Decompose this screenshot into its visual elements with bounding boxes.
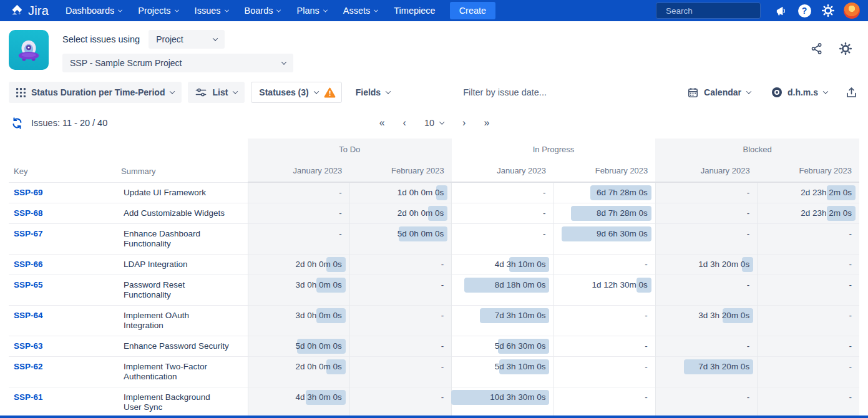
- duration-value-wrap: -: [765, 341, 852, 351]
- header-actions: [811, 30, 859, 55]
- duration-cell: 8d 7h 28m 0s: [553, 203, 655, 224]
- search-box[interactable]: [656, 2, 761, 19]
- nav-item-plans[interactable]: Plans: [288, 0, 334, 21]
- view-label: List: [212, 87, 228, 97]
- nav-item-boards[interactable]: Boards: [237, 0, 289, 21]
- export-icon[interactable]: [844, 87, 859, 99]
- duration-value-wrap: -: [561, 311, 647, 321]
- issue-key-link[interactable]: SSP-61: [14, 392, 43, 402]
- issue-summary-cell: Enhance Dashboard Functionality: [116, 224, 248, 255]
- view-dropdown[interactable]: List: [188, 82, 245, 103]
- nav-menu: DashboardsProjectsIssuesBoardsPlansAsset…: [57, 0, 444, 21]
- fields-dropdown[interactable]: Fields: [348, 82, 397, 103]
- group-header-to-do: To Do: [248, 139, 452, 160]
- duration-value: 5d 0h 0m 0s: [296, 341, 342, 351]
- create-button[interactable]: Create: [450, 2, 496, 19]
- duration-value-wrap: 6d 7h 28m 0s: [561, 188, 647, 198]
- top-navbar: Jira DashboardsProjectsIssuesBoardsPlans…: [0, 0, 868, 21]
- issue-summary-cell: Add Customizable Widgets: [116, 203, 248, 224]
- chevron-down-icon: [224, 7, 228, 12]
- warning-icon: [324, 87, 336, 98]
- issue-key-link[interactable]: SSP-68: [14, 208, 43, 218]
- issue-date-filter-input[interactable]: Filter by issue date...: [463, 87, 547, 97]
- duration-cell: -: [655, 203, 757, 224]
- duration-cell: 5d 0h 0m 0s: [349, 224, 451, 255]
- page-size-dropdown[interactable]: 10: [424, 118, 444, 128]
- search-input[interactable]: [666, 6, 776, 16]
- share-icon[interactable]: [811, 42, 823, 55]
- duration-value: -: [849, 392, 852, 402]
- duration-cell: 3d 3h 20m 0s: [655, 306, 757, 336]
- issue-key-link[interactable]: SSP-67: [14, 229, 43, 238]
- nav-item-projects[interactable]: Projects: [130, 0, 186, 21]
- duration-value: 7d 3h 10m 0s: [495, 311, 546, 321]
- duration-cell: -: [349, 306, 451, 336]
- duration-value-wrap: -: [663, 341, 749, 351]
- duration-value-wrap: 4d 3h 0m 0s: [256, 392, 342, 402]
- select-mode-dropdown[interactable]: Project: [149, 30, 225, 49]
- timepiece-app-icon: [9, 30, 49, 70]
- issue-key-link[interactable]: SSP-66: [14, 260, 43, 269]
- issue-key-link[interactable]: SSP-65: [14, 280, 43, 289]
- nav-item-timepiece[interactable]: Timepiece: [386, 0, 443, 21]
- next-page-button[interactable]: ›: [462, 117, 465, 129]
- issue-key-link[interactable]: SSP-69: [14, 188, 43, 197]
- duration-value: -: [747, 208, 750, 218]
- project-dropdown[interactable]: SSP - Sample Scrum Project: [62, 54, 293, 72]
- announcement-icon[interactable]: [771, 1, 791, 21]
- calendar-dropdown[interactable]: Calendar: [680, 82, 758, 103]
- nav-item-label: Assets: [343, 6, 371, 16]
- chevron-down-icon: [374, 7, 378, 12]
- duration-value: -: [747, 188, 750, 198]
- refresh-icon[interactable]: [11, 117, 23, 129]
- nav-item-dashboards[interactable]: Dashboards: [57, 0, 130, 21]
- duration-cell: -: [452, 182, 553, 203]
- duration-cell: -: [758, 306, 859, 336]
- duration-cell: 2d 23h 2m 0s: [758, 182, 859, 203]
- issue-summary-cell: Password Reset Functionality: [116, 275, 248, 306]
- last-page-button[interactable]: »: [484, 117, 489, 129]
- issue-key-link[interactable]: SSP-62: [14, 362, 43, 371]
- report-settings-gear-icon[interactable]: [839, 42, 852, 55]
- chevron-down-icon: [213, 36, 218, 41]
- table-row: SSP-62Implement Two-Factor Authenticatio…: [9, 357, 859, 387]
- duration-value: -: [339, 229, 342, 239]
- duration-value-wrap: -: [663, 229, 749, 239]
- duration-value-wrap: 8d 18h 0m 0s: [459, 280, 545, 290]
- duration-cell: -: [553, 255, 655, 275]
- issue-key-cell: SSP-67: [9, 224, 116, 255]
- settings-gear-icon[interactable]: [818, 1, 838, 21]
- duration-value-wrap: 4d 3h 10m 0s: [459, 260, 545, 270]
- duration-value-wrap: -: [256, 188, 342, 198]
- report-table-body: SSP-69Update UI Framework-1d 0h 0m 0s-6d…: [9, 182, 859, 418]
- duration-value-wrap: 3d 3h 20m 0s: [663, 311, 749, 321]
- calendar-icon: [688, 87, 698, 98]
- statuses-dropdown[interactable]: Statuses (3): [251, 82, 341, 103]
- duration-value: 6d 7h 28m 0s: [597, 188, 648, 198]
- duration-value-wrap: 5d 0h 0m 0s: [256, 341, 342, 351]
- status-duration-table: KeySummaryTo DoIn ProgressBlockedJanuary…: [9, 139, 859, 418]
- nav-item-assets[interactable]: Assets: [335, 0, 386, 21]
- first-page-button[interactable]: «: [379, 117, 384, 129]
- duration-cell: -: [758, 224, 859, 255]
- duration-value-wrap: -: [561, 260, 647, 270]
- duration-cell: -: [758, 255, 859, 275]
- duration-cell: 2d 0h 0m 0s: [349, 203, 451, 224]
- duration-value: -: [849, 311, 852, 321]
- duration-value: -: [441, 341, 444, 351]
- issue-key-cell: SSP-69: [9, 182, 116, 203]
- issue-key-link[interactable]: SSP-64: [14, 311, 43, 320]
- table-row: SSP-64Implement OAuth Integration3d 0h 0…: [9, 306, 859, 336]
- duration-value: -: [441, 260, 444, 270]
- grid-icon: [16, 88, 26, 97]
- chevron-down-icon: [746, 89, 751, 94]
- help-icon[interactable]: ?: [794, 1, 814, 21]
- duration-value: 9d 6h 30m 0s: [597, 229, 648, 239]
- prev-page-button[interactable]: ‹: [403, 117, 406, 129]
- units-dropdown[interactable]: d.h.m.s: [764, 82, 835, 103]
- nav-item-issues[interactable]: Issues: [187, 0, 237, 21]
- issue-key-link[interactable]: SSP-63: [14, 341, 43, 351]
- user-avatar[interactable]: [842, 1, 862, 21]
- duration-cell: -: [758, 357, 859, 387]
- report-type-dropdown[interactable]: Status Duration per Time-Period: [9, 82, 182, 103]
